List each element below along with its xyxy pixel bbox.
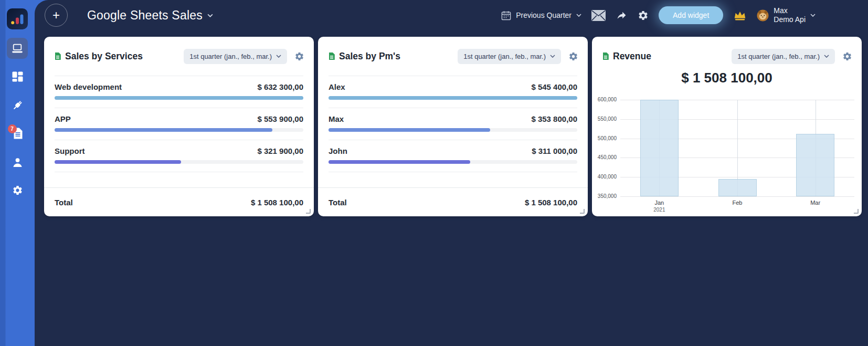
y-axis-tick-label: 600,000 [592,97,617,102]
main-panel: + Google Sheets Sales Previous Quarter [35,0,868,346]
add-widget-button[interactable]: Add widget [659,6,723,24]
x-axis-tick-label: Feb [716,200,758,206]
widget-settings-button[interactable] [568,51,578,61]
notification-badge: 7 [8,124,17,133]
gear-icon [568,51,578,61]
mail-button[interactable] [591,10,606,21]
user-name: Max [774,6,806,15]
metric-label: Support [55,146,85,156]
chevron-down-icon [550,55,555,58]
metric-value: $ 353 800,00 [531,114,577,124]
resize-handle[interactable] [580,209,585,214]
monitor-icon [12,44,23,54]
metric-label: Max [329,114,344,124]
total-row: Total $ 1 508 100,00 [44,187,314,216]
y-axis-tick-label: 500,000 [592,135,617,141]
widgets-row: Sales by Services 1st quarter (jan., feb… [35,30,868,216]
settings-button[interactable] [638,10,649,21]
metric-rows: Web development$ 632 300,00 APP$ 553 900… [55,76,303,172]
y-axis-tick-label: 550,000 [592,116,617,122]
y-axis-tick-label: 450,000 [592,154,617,160]
widget-sales-by-services: Sales by Services 1st quarter (jan., feb… [44,37,314,216]
app-logo[interactable] [7,8,28,29]
sidebar-item-dashboards[interactable] [0,71,35,82]
chart-bar [796,134,834,196]
progress-track [55,96,303,100]
metric-row: Support$ 321 900,00 [55,140,303,172]
widget-header: Sales by Services 1st quarter (jan., feb… [44,37,314,67]
gear-icon [638,10,649,21]
total-label: Total [329,198,347,207]
chart-bar [718,179,757,196]
x-axis-tick-label: Jan [638,200,680,206]
crown-icon [733,11,747,20]
widget-header: Sales by Pm's 1st quarter (jan., feb., m… [318,37,588,67]
metric-rows: Alex$ 545 400,00 Max$ 353 800,00 John$ 3… [329,76,577,172]
add-dashboard-button[interactable]: + [45,4,68,27]
dashboard-title-dropdown[interactable]: Google Sheets Sales [87,8,213,23]
sidebar-item-settings[interactable] [0,185,35,196]
metric-value: $ 545 400,00 [531,82,577,92]
gear-icon [12,185,23,196]
total-value: $ 1 508 100,00 [525,198,577,207]
previous-quarter-label: Previous Quarter [516,11,571,19]
progress-bar [55,96,303,100]
total-value: $ 1 508 100,00 [251,198,303,207]
period-dropdown[interactable]: 1st quarter (jan., feb., mar.) [458,49,561,64]
mail-icon [591,10,606,21]
metric-row: APP$ 553 900,00 [55,108,303,140]
sidebar: 7 [0,0,35,346]
widget-revenue: Revenue 1st quarter (jan., feb., mar.) $… [592,37,862,216]
metric-row: Web development$ 632 300,00 [55,76,303,108]
chevron-down-icon [276,55,281,58]
logo-chart-icon [10,13,25,25]
page-title: Google Sheets Sales [87,8,203,23]
previous-quarter-button[interactable]: Previous Quarter [501,11,581,20]
widget-settings-button[interactable] [294,51,304,61]
resize-handle[interactable] [306,209,311,214]
progress-bar [55,160,181,164]
chevron-down-icon [207,14,213,17]
widget-sales-by-pms: Sales by Pm's 1st quarter (jan., feb., m… [318,37,588,216]
plug-icon [10,99,24,112]
revenue-chart: 350,000400,000450,000500,000550,000600,0… [592,37,862,216]
progress-track [329,96,577,100]
metric-value: $ 311 000,00 [532,146,577,156]
metric-row: Max$ 353 800,00 [329,108,577,140]
metric-value: $ 321 900,00 [257,146,303,156]
sidebar-item-integrations[interactable] [0,99,35,112]
y-axis-tick-label: 350,000 [592,193,617,199]
progress-track [329,160,577,164]
sidebar-item-reports[interactable]: 7 [0,128,35,141]
calendar-icon [501,11,511,20]
metric-row: John$ 311 000,00 [329,140,577,172]
chevron-down-icon [576,14,581,17]
metric-label: John [329,146,347,156]
sidebar-item-screens[interactable] [7,38,28,59]
progress-bar [55,128,272,132]
metric-row: Alex$ 545 400,00 [329,76,577,108]
user-name-block: Max Demo Api [774,6,806,24]
progress-track [55,128,303,132]
dashboard-grid-icon [12,71,23,82]
progress-bar [329,160,470,164]
metric-label: Web development [55,82,122,92]
progress-bar [329,96,577,100]
progress-bar [329,128,490,132]
user-menu[interactable]: Max Demo Api [757,6,816,24]
sheet-icon [55,53,61,60]
x-axis-tick-label: Mar [795,200,837,206]
metric-value: $ 553 900,00 [257,114,303,124]
user-icon [12,157,23,168]
chevron-down-icon [810,14,816,17]
resize-handle[interactable] [854,209,859,214]
metric-label: APP [55,114,71,124]
sidebar-item-users[interactable] [0,157,35,168]
user-org: Demo Api [774,15,806,24]
share-button[interactable] [616,10,628,20]
widget-title: Sales by Services [65,51,143,62]
metric-label: Alex [329,82,345,92]
period-dropdown[interactable]: 1st quarter (jan., feb., mar.) [184,49,287,64]
total-row: Total $ 1 508 100,00 [318,187,588,216]
y-axis-tick-label: 400,000 [592,174,617,180]
